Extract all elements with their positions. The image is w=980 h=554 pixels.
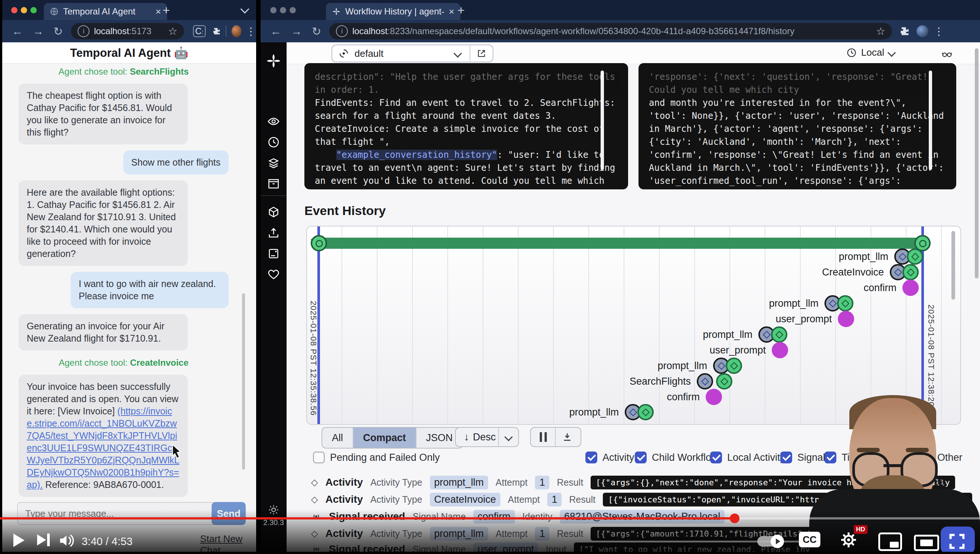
video-scrubber[interactable] [730, 514, 740, 523]
view-all-button[interactable]: All [322, 428, 353, 448]
browser-tab[interactable]: Temporal AI Agent × [44, 3, 167, 20]
workflow-execution-bar[interactable] [319, 238, 924, 249]
timezone-value: Local [861, 47, 884, 58]
video-progress-remaining[interactable] [735, 517, 980, 519]
signal-marker[interactable] [772, 342, 788, 358]
browser-tab[interactable]: Workflow History | agent-wor × [326, 3, 460, 20]
play-button[interactable] [13, 533, 24, 547]
docs-icon[interactable] [267, 247, 280, 260]
forward-icon[interactable]: → [33, 25, 44, 38]
activity-completed-marker[interactable] [716, 373, 732, 390]
back-icon[interactable]: ← [12, 25, 23, 38]
temporal-logo-icon[interactable] [266, 53, 282, 69]
close-tab-icon[interactable]: × [449, 6, 454, 18]
close-tab-icon[interactable]: × [156, 6, 161, 18]
filter-activity-checkbox[interactable]: Activity [585, 450, 635, 465]
back-icon[interactable]: ← [270, 25, 282, 38]
feedback-heart-icon[interactable] [267, 268, 280, 281]
extensions-puzzle-icon[interactable] [212, 26, 221, 37]
reload-icon[interactable]: ↻ [312, 25, 321, 38]
volume-icon[interactable] [59, 534, 76, 547]
player-gradient [0, 509, 980, 554]
new-tab-icon[interactable]: + [162, 3, 170, 18]
autoplay-toggle[interactable] [757, 536, 783, 546]
browser-menu-icon[interactable]: ⋮ [246, 25, 256, 38]
chat-scrollbar[interactable] [242, 293, 245, 470]
close-window-button[interactable] [11, 7, 18, 13]
activity-completed-marker[interactable] [902, 264, 919, 280]
address-bar[interactable]: i localhost:8233/namespaces/default/work… [329, 23, 892, 39]
signal-marker[interactable] [706, 389, 722, 405]
workflow-result-json[interactable]: 'response': {'next': 'question', 'respon… [638, 63, 956, 189]
bookmark-star-icon[interactable]: ☆ [168, 25, 177, 38]
timeline-row[interactable]: CreateInvoice [307, 263, 919, 281]
activity-completed-marker[interactable] [637, 404, 654, 420]
pause-icon[interactable] [540, 432, 547, 442]
extension-badge-icon[interactable]: C: [193, 25, 206, 37]
sort-order-button[interactable]: ↓ Desc [455, 427, 519, 447]
tool-event: Agent chose tool: SearchFlights [59, 65, 189, 78]
minimize-window-button[interactable] [21, 7, 27, 13]
miniplayer-button[interactable] [878, 532, 902, 551]
timeline-row[interactable]: prompt_llm [307, 403, 654, 421]
code-scrollbar[interactable] [601, 70, 604, 170]
close-window-button[interactable] [270, 7, 277, 13]
address-bar[interactable]: i localhost:5173 ☆ [71, 23, 184, 39]
profile-avatar[interactable] [232, 25, 241, 37]
activity-completed-marker[interactable] [771, 326, 788, 343]
pending-failed-checkbox[interactable]: Pending and Failed Only [313, 450, 440, 465]
namespace-select[interactable]: default [331, 45, 493, 62]
activity-completed-marker[interactable] [907, 248, 923, 265]
sort-menu-chevron-icon[interactable] [504, 433, 513, 441]
page-scrollbar[interactable] [975, 48, 978, 279]
code-scrollbar[interactable] [929, 70, 932, 170]
activity-scheduled-marker[interactable] [697, 373, 713, 390]
signal-marker[interactable] [902, 280, 919, 296]
site-info-icon[interactable]: i [78, 25, 89, 37]
timeline-row[interactable]: prompt_llm [307, 357, 742, 375]
minimize-window-button[interactable] [280, 7, 286, 13]
namespace-cube-icon[interactable] [267, 206, 280, 218]
zoom-window-button[interactable] [290, 7, 296, 13]
timezone-select[interactable]: Local [846, 47, 895, 58]
view-compact-button[interactable]: Compact [353, 428, 417, 448]
workflows-eye-icon[interactable] [267, 115, 280, 128]
filter-child-workflow-checkbox[interactable]: Child Workflow [635, 450, 719, 465]
import-upload-icon[interactable] [267, 226, 280, 239]
browser-menu-icon[interactable]: ⋮ [934, 25, 944, 38]
timeline-row[interactable]: prompt_llm [307, 326, 788, 344]
new-tab-icon[interactable]: + [457, 3, 465, 18]
archive-box-icon[interactable] [267, 177, 280, 190]
filter-local-activity-checkbox[interactable]: Local Activity [710, 450, 785, 465]
timeline-row[interactable]: SearchFlights [307, 373, 732, 390]
signal-marker[interactable] [838, 311, 854, 327]
extensions-puzzle-icon[interactable] [899, 26, 910, 37]
activity-completed-marker[interactable] [837, 295, 853, 312]
download-icon[interactable] [562, 431, 573, 443]
timeline-row[interactable]: prompt_llm [307, 248, 923, 266]
timeline-row[interactable]: user_prompt [307, 310, 854, 328]
timeline-row[interactable]: user_prompt [307, 341, 788, 359]
zoom-window-button[interactable] [30, 7, 37, 13]
forward-icon[interactable]: → [291, 25, 302, 38]
workflow-input-json[interactable]: description": "Help the user gather args… [304, 63, 628, 189]
captions-button[interactable]: CC [799, 532, 820, 547]
labs-glasses-icon[interactable] [941, 48, 953, 59]
schedules-clock-icon[interactable] [267, 136, 280, 148]
timeline-row[interactable]: prompt_llm [307, 295, 853, 312]
site-info-icon[interactable]: i [336, 25, 348, 37]
next-button[interactable] [37, 533, 50, 546]
batch-layers-icon[interactable] [267, 157, 280, 169]
tab-overview-chevron-icon[interactable] [240, 5, 249, 13]
timeline-row[interactable]: confirm [307, 279, 919, 297]
activity-completed-marker[interactable] [726, 358, 742, 374]
bookmark-star-icon[interactable]: ☆ [876, 25, 885, 38]
theater-mode-button[interactable] [914, 535, 939, 551]
timeline-scrollbar[interactable] [951, 231, 955, 300]
video-progress-played[interactable] [0, 517, 735, 519]
reload-icon[interactable]: ↻ [54, 25, 63, 38]
invoice-link[interactable]: (https://invoice.stripe.com/i/acct_1NBOL… [27, 406, 179, 490]
open-external-icon[interactable] [476, 48, 487, 59]
profile-avatar[interactable] [916, 25, 928, 37]
fullscreen-button[interactable] [947, 532, 967, 551]
